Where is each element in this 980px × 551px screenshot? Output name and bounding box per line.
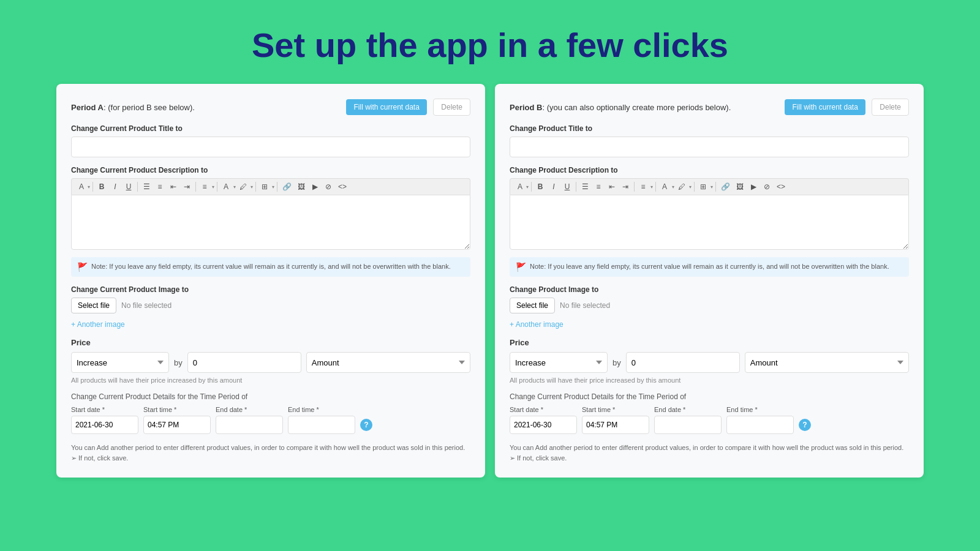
select-file-btn-b[interactable]: Select file — [510, 298, 555, 313]
price-info-b: All products will have their price incre… — [510, 377, 909, 384]
ul-btn-b[interactable]: ☰ — [579, 181, 591, 192]
align-btn-b[interactable]: ≡ — [637, 181, 649, 192]
file-input-row-b: Select file No file selected — [510, 298, 909, 313]
fill-current-data-button-a[interactable]: Fill with current data — [346, 99, 426, 115]
end-time-input-a[interactable] — [288, 416, 355, 434]
description-editor-a[interactable] — [71, 195, 470, 250]
price-value-input-a[interactable] — [187, 352, 301, 373]
ol-btn-a[interactable]: ≡ — [154, 181, 166, 192]
start-date-input-a[interactable]: 2021-06-30 — [71, 416, 138, 434]
price-type-select-b[interactable]: Increase Decrease Set to — [510, 352, 608, 373]
image-label-a: Change Current Product Image to — [71, 285, 470, 294]
text-color-btn-a[interactable]: A — [220, 181, 232, 192]
another-image-btn-a[interactable]: + Another image — [71, 320, 125, 329]
outdent-btn-a[interactable]: ⇤ — [167, 181, 179, 192]
start-time-label-a: Start time * — [143, 406, 211, 413]
font-dropdown-b[interactable]: ▾ — [526, 184, 529, 190]
price-row-a: Increase Decrease Set to by Amount Perce… — [71, 352, 470, 373]
image-label-b: Change Product Image to — [510, 285, 909, 294]
another-image-btn-b[interactable]: + Another image — [510, 320, 564, 329]
price-unit-select-b[interactable]: Amount Percentage — [745, 352, 909, 373]
end-date-input-a[interactable] — [216, 416, 283, 434]
image-btn-b[interactable]: 🖼 — [734, 181, 746, 192]
time-period-label-a: Change Current Product Details for the T… — [71, 392, 470, 401]
ol-btn-b[interactable]: ≡ — [592, 181, 605, 192]
clear-btn-b[interactable]: ⊘ — [761, 181, 773, 192]
source-btn-a[interactable]: <> — [336, 181, 349, 192]
price-value-input-b[interactable] — [626, 352, 740, 373]
text-color-btn-b[interactable]: A — [658, 181, 671, 192]
end-time-input-b[interactable] — [726, 416, 794, 434]
italic-btn-b[interactable]: I — [548, 181, 560, 192]
font-dropdown-a[interactable]: ▾ — [88, 184, 90, 190]
table-dropdown-b[interactable]: ▾ — [710, 184, 713, 190]
image-btn-a[interactable]: 🖼 — [295, 181, 307, 192]
outdent-btn-b[interactable]: ⇤ — [606, 181, 618, 192]
price-row-b: Increase Decrease Set to by Amount Perce… — [510, 352, 909, 373]
start-date-input-b[interactable]: 2021-06-30 — [510, 416, 577, 434]
period-a-label: Period A: (for period B see below). — [71, 103, 195, 112]
underline-btn-b[interactable]: U — [561, 181, 573, 192]
link-btn-b[interactable]: 🔗 — [718, 181, 733, 192]
font-btn-a[interactable]: A — [75, 181, 88, 192]
end-date-input-b[interactable] — [654, 416, 722, 434]
panel-a-actions: Fill with current data Delete — [346, 99, 470, 116]
align-btn-a[interactable]: ≡ — [198, 181, 211, 192]
align-dropdown-b[interactable]: ▾ — [650, 184, 653, 190]
italic-btn-a[interactable]: I — [109, 181, 121, 192]
bg-color-btn-a[interactable]: 🖊 — [237, 181, 249, 192]
start-time-input-a[interactable]: 04:57 PM — [143, 416, 211, 434]
fill-current-data-button-b[interactable]: Fill with current data — [785, 99, 865, 115]
bold-btn-b[interactable]: B — [534, 181, 546, 192]
title-input-b[interactable] — [510, 137, 909, 157]
sep1-a — [92, 182, 93, 192]
sep5-b — [694, 182, 695, 192]
table-btn-b[interactable]: ⊞ — [697, 181, 709, 192]
bold-btn-a[interactable]: B — [96, 181, 108, 192]
bg-color-btn-b[interactable]: 🖊 — [676, 181, 688, 192]
start-date-col-a: Start date * 2021-06-30 — [71, 406, 138, 434]
start-time-label-b: Start time * — [582, 406, 649, 413]
media-btn-a[interactable]: ▶ — [309, 181, 321, 192]
underline-btn-a[interactable]: U — [123, 181, 135, 192]
clear-btn-a[interactable]: ⊘ — [322, 181, 334, 192]
table-dropdown-a[interactable]: ▾ — [272, 184, 274, 190]
select-file-btn-a[interactable]: Select file — [71, 298, 116, 313]
page-header: Set up the app in a few clicks — [0, 0, 980, 84]
end-date-label-a: End date * — [216, 406, 283, 413]
ul-btn-a[interactable]: ☰ — [140, 181, 153, 192]
end-time-col-b: End time * — [726, 406, 794, 434]
delete-button-a[interactable]: Delete — [433, 99, 470, 116]
image-section-b: Change Product Image to Select file No f… — [510, 285, 909, 329]
help-icon-b[interactable]: ? — [799, 419, 811, 431]
indent-btn-a[interactable]: ⇥ — [181, 181, 193, 192]
note-box-a: 🚩 Note: If you leave any field empty, it… — [71, 257, 470, 277]
title-field-label-b: Change Product Title to — [510, 124, 909, 133]
price-type-select-a[interactable]: Increase Decrease Set to — [71, 352, 169, 373]
end-time-col-a: End time * — [288, 406, 355, 434]
indent-btn-b[interactable]: ⇥ — [619, 181, 631, 192]
period-b-label: Period B: (you can also optionally creat… — [510, 103, 731, 112]
time-period-section-b: Change Current Product Details for the T… — [510, 392, 909, 434]
text-color-dropdown-a[interactable]: ▾ — [233, 184, 236, 190]
description-editor-b[interactable] — [510, 195, 909, 250]
delete-button-b[interactable]: Delete — [872, 99, 909, 116]
price-section-a: Price Increase Decrease Set to by Amount… — [71, 338, 470, 384]
text-color-dropdown-b[interactable]: ▾ — [672, 184, 674, 190]
price-unit-select-a[interactable]: Amount Percentage — [306, 352, 470, 373]
description-field-label-b: Change Product Description to — [510, 166, 909, 174]
sep2-a — [137, 182, 138, 192]
link-btn-a[interactable]: 🔗 — [280, 181, 294, 192]
bg-color-dropdown-a[interactable]: ▾ — [251, 184, 253, 190]
help-icon-a[interactable]: ? — [360, 419, 372, 431]
media-btn-b[interactable]: ▶ — [747, 181, 760, 192]
start-time-input-b[interactable]: 04:57 PM — [582, 416, 649, 434]
source-btn-b[interactable]: <> — [774, 181, 788, 192]
bg-color-dropdown-b[interactable]: ▾ — [689, 184, 692, 190]
editor-toolbar-b: A ▾ B I U ☰ ≡ ⇤ ⇥ ≡ ▾ A ▾ 🖊 ▾ ⊞ ▾ 🔗 🖼 — [510, 178, 909, 195]
title-input-a[interactable] — [71, 137, 470, 157]
table-btn-a[interactable]: ⊞ — [258, 181, 271, 192]
align-dropdown-a[interactable]: ▾ — [212, 184, 214, 190]
time-period-label-b: Change Current Product Details for the T… — [510, 392, 909, 401]
font-btn-b[interactable]: A — [514, 181, 526, 192]
